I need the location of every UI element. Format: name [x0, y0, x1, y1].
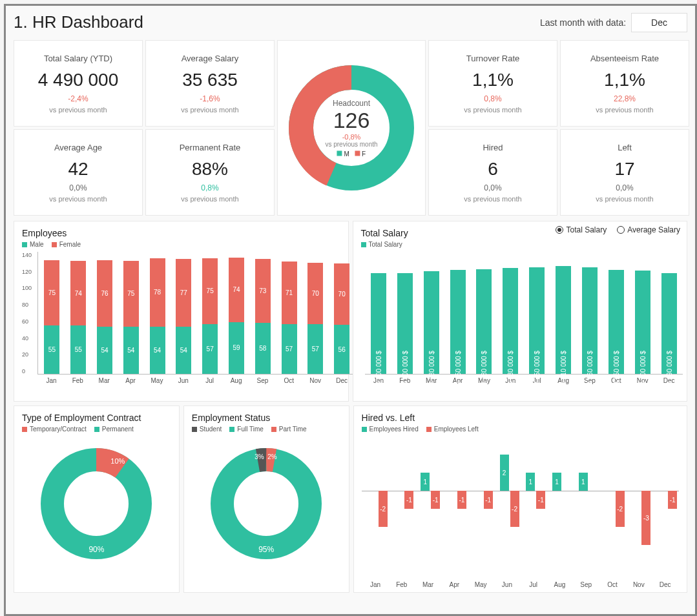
kpi-delta: 0,0%: [616, 183, 633, 192]
square-icon: [362, 427, 367, 432]
donut-chart-icon: [38, 446, 154, 562]
kpi-delta: 22,8%: [614, 94, 636, 103]
kpi-value: 1,1%: [604, 70, 645, 90]
month-label: Last month with data:: [540, 17, 626, 28]
header: 1. HR Dashboard Last month with data: De…: [14, 12, 687, 32]
kpi-label: Left: [618, 143, 632, 152]
kpi-turnover: Turnover Rate 1,1% 0,8% vs previous mont…: [428, 40, 557, 127]
kpi-value: 1,1%: [472, 70, 514, 90]
square-icon: [426, 427, 432, 432]
legend: Temporary/Contract Permanent: [22, 426, 171, 433]
kpi-delta: 0,8%: [484, 94, 501, 103]
month-filter: Last month with data: Dec: [540, 13, 687, 32]
legend: Male Female: [22, 241, 340, 248]
middle-row: Employees Male Female 020406080100120140…: [14, 221, 687, 402]
kpi-delta: 0,0%: [69, 183, 87, 192]
kpi-permanent-rate: Permanent Rate 88% 0,8% vs previous mont…: [145, 129, 275, 216]
kpi-delta: -2,4%: [68, 94, 88, 103]
category-axis: JanFebMarAprMayJunJulAugSepOctNovDec: [37, 377, 356, 384]
kpi-note: vs previous month: [596, 195, 653, 203]
category-axis: JanFebMarAprMayJunJulAugSepOctNovDec: [362, 581, 679, 588]
kpi-value: 6: [488, 159, 498, 180]
legend: Total Salary: [361, 241, 680, 248]
kpi-note: vs previous month: [596, 106, 653, 114]
kpi-delta: 0,0%: [484, 183, 501, 192]
kpi-label: Hired: [483, 143, 503, 152]
slice-label: 95%: [258, 545, 274, 554]
slice-label: 10%: [110, 457, 125, 465]
headcount-label: Headcount: [325, 99, 377, 108]
svg-point-2: [222, 460, 310, 548]
legend-label: Temporary/Contract: [30, 426, 87, 433]
kpi-total-salary: Total Salary (YTD) 4 490 000 -2,4% vs pr…: [14, 40, 143, 127]
kpi-absenteeism: Absenteeism Rate 1,1% 22,8% vs previous …: [560, 40, 689, 127]
square-icon: [94, 427, 99, 432]
panel-title: Type of Employment Contract: [22, 413, 171, 423]
dashboard-frame: 1. HR Dashboard Last month with data: De…: [4, 4, 697, 616]
slice-label: 90%: [88, 545, 104, 554]
donut-center: Headcount 126 -0,8% vs previous month M …: [325, 99, 377, 158]
legend-label: Part Time: [279, 426, 307, 433]
square-icon: [22, 427, 27, 432]
kpi-avg-age: Average Age 42 0,0% vs previous month: [14, 129, 143, 216]
month-select[interactable]: Dec: [631, 13, 687, 32]
radio-label: Total Salary: [566, 225, 607, 234]
radio-icon: [617, 226, 625, 234]
square-icon: [229, 427, 234, 432]
status-panel: Employment Status Student Full Time Part…: [183, 406, 349, 593]
kpi-value: 42: [68, 159, 88, 180]
radio-average-salary[interactable]: Average Salary: [617, 225, 680, 234]
legend: Student Full Time Part Time: [192, 426, 341, 433]
radio-icon: [556, 226, 563, 234]
kpi-label: Total Salary (YTD): [44, 54, 112, 63]
slice-label: 2%: [267, 453, 276, 460]
square-icon: [361, 242, 366, 247]
kpi-value: 35 635: [182, 70, 238, 90]
kpi-note: vs previous month: [49, 106, 107, 114]
radio-label: Average Salary: [627, 225, 680, 234]
kpi-avg-salary: Average Salary 35 635 -1,6% vs previous …: [145, 40, 275, 127]
slice-label: 3%: [255, 453, 264, 460]
square-icon: [22, 242, 27, 247]
square-icon: [355, 151, 360, 156]
kpi-left: Left 17 0,0% vs previous month: [560, 129, 689, 216]
kpi-value: 17: [614, 159, 634, 180]
hired-left-panel: Hired vs. Left Employees Hired Employees…: [353, 406, 687, 593]
kpi-value: 4 490 000: [38, 70, 119, 90]
kpi-hired: Hired 6 0,0% vs previous month: [428, 129, 557, 216]
legend-label: Total Salary: [369, 241, 402, 248]
kpi-label: Permanent Rate: [180, 143, 241, 152]
employees-panel: Employees Male Female 020406080100120140…: [14, 221, 349, 402]
salary-panel: Total Salary Total Salary Average Salary…: [353, 221, 688, 402]
legend: Employees Hired Employees Left: [362, 426, 679, 433]
svg-point-1: [52, 460, 140, 548]
legend-label: Employees Left: [434, 426, 479, 433]
square-icon: [192, 427, 197, 432]
kpi-label: Average Salary: [182, 54, 239, 63]
kpi-grid: Total Salary (YTD) 4 490 000 -2,4% vs pr…: [14, 40, 687, 216]
kpi-label: Turnover Rate: [466, 54, 520, 63]
kpi-note: vs previous month: [181, 195, 238, 203]
headcount-value: 126: [325, 108, 377, 133]
page-title: 1. HR Dashboard: [14, 12, 143, 32]
headcount-note: vs previous month: [325, 141, 377, 148]
radio-total-salary[interactable]: Total Salary: [556, 225, 607, 234]
kpi-label: Absenteeism Rate: [590, 54, 659, 63]
kpi-delta: -1,6%: [200, 94, 220, 103]
square-icon: [271, 427, 276, 432]
donut-chart-icon: [208, 446, 324, 562]
panel-title: Hired vs. Left: [362, 413, 679, 423]
legend-label: Full Time: [237, 426, 264, 433]
legend-label: Male: [30, 241, 44, 248]
hired-left-bars: -2-11-1-1-12-21-111-2-3-1: [362, 452, 679, 555]
kpi-note: vs previous month: [181, 106, 238, 114]
kpi-label: Average Age: [54, 143, 102, 152]
bottom-row: Type of Employment Contract Temporary/Co…: [14, 406, 687, 593]
square-icon: [52, 242, 57, 247]
salary-radio-group: Total Salary Average Salary: [556, 225, 680, 234]
legend-f: F: [362, 150, 366, 158]
y-axis: 020406080100120140: [22, 252, 32, 375]
headcount-delta: -0,8%: [325, 133, 377, 141]
legend-label: Female: [59, 241, 81, 248]
kpi-note: vs previous month: [464, 106, 521, 114]
